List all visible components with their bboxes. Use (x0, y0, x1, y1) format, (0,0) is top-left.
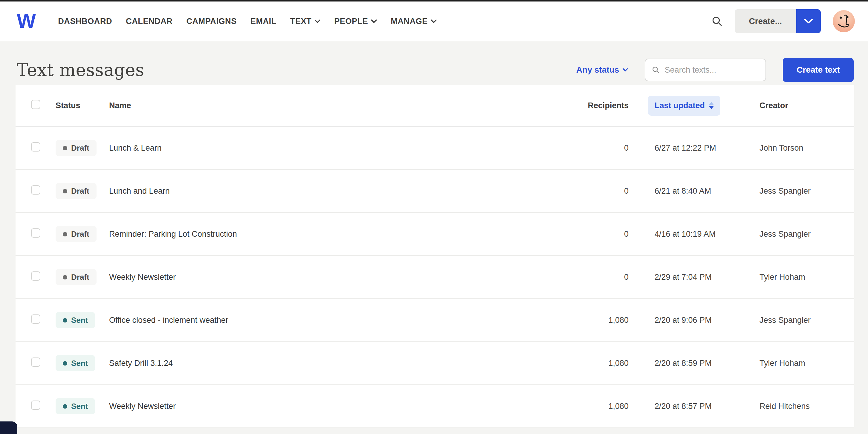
text-name: Reminder: Parking Lot Construction (109, 229, 581, 239)
create-split-button: Create... (735, 9, 821, 33)
nav-item-email[interactable]: EMAIL (250, 17, 277, 26)
nav-item-label: EMAIL (250, 17, 277, 26)
creator-name: Reid Hitchens (760, 402, 836, 411)
nav-item-text[interactable]: TEXT (290, 17, 320, 26)
text-name: Lunch & Learn (109, 144, 581, 153)
creator-name: John Torson (760, 144, 836, 153)
text-name: Safety Drill 3.1.24 (109, 359, 581, 368)
create-button[interactable]: Create... (735, 9, 797, 33)
table-row[interactable]: Draft Lunch & Learn 0 6/27 at 12:22 PM J… (16, 127, 854, 170)
table-row[interactable]: Draft Lunch and Learn 0 6/21 at 8:40 AM … (16, 170, 854, 213)
table-row[interactable]: Sent Office closed - inclement weather 1… (16, 299, 854, 342)
top-navigation-bar: W DASHBOARD CALENDAR CAMPAIGNS EMAIL TEX… (0, 1, 868, 41)
page-content: Text messages Any status Create text Sta… (0, 41, 868, 428)
status-dot-icon (63, 189, 67, 193)
table-row[interactable]: Draft Weekly Newsletter 0 2/29 at 7:04 P… (16, 256, 854, 299)
page-controls: Any status Create text (576, 58, 854, 82)
row-checkbox[interactable] (31, 314, 40, 324)
row-checkbox[interactable] (31, 358, 40, 367)
nav-item-people[interactable]: PEOPLE (334, 17, 377, 26)
text-name: Lunch and Learn (109, 187, 581, 196)
column-header-recipients[interactable]: Recipients (581, 101, 628, 110)
nav-item-calendar[interactable]: CALENDAR (126, 17, 173, 26)
row-checkbox[interactable] (31, 228, 40, 238)
nav-item-label: CALENDAR (126, 17, 173, 26)
nav-item-label: MANAGE (391, 17, 428, 26)
table-row[interactable]: Draft Reminder: Parking Lot Construction… (16, 213, 854, 256)
page-title: Text messages (17, 60, 144, 80)
search-texts-input[interactable] (665, 65, 759, 75)
table-body: Draft Lunch & Learn 0 6/27 at 12:22 PM J… (16, 127, 854, 428)
nav-item-dashboard[interactable]: DASHBOARD (58, 17, 112, 26)
table-row[interactable]: Sent Weekly Newsletter 1,080 2/20 at 8:5… (16, 385, 854, 428)
column-header-creator[interactable]: Creator (760, 101, 836, 110)
recipients-count: 1,080 (581, 316, 628, 325)
last-updated-value: 2/20 at 8:59 PM (655, 359, 760, 368)
nav-item-campaigns[interactable]: CAMPAIGNS (186, 17, 237, 26)
create-text-button[interactable]: Create text (783, 58, 854, 82)
floating-corner-widget[interactable] (0, 422, 17, 434)
row-checkbox[interactable] (31, 142, 40, 152)
user-avatar[interactable] (833, 10, 855, 32)
status-label: Draft (71, 229, 89, 239)
status-badge: Draft (56, 140, 97, 156)
nav-item-label: PEOPLE (334, 17, 368, 26)
status-badge: Draft (56, 269, 97, 285)
status-filter-dropdown[interactable]: Any status (576, 65, 628, 75)
brand-logo[interactable]: W (17, 10, 35, 31)
search-icon[interactable] (711, 16, 723, 27)
status-dot-icon (63, 404, 67, 409)
search-texts-box (645, 59, 766, 81)
nav-item-label: TEXT (290, 17, 311, 26)
nav-item-label: DASHBOARD (58, 17, 112, 26)
status-label: Sent (71, 316, 88, 325)
create-dropdown-button[interactable] (796, 9, 821, 33)
nav-item-manage[interactable]: MANAGE (391, 17, 437, 26)
sort-arrows-icon (709, 102, 714, 109)
chevron-down-icon (804, 19, 813, 24)
status-dot-icon (63, 232, 67, 237)
row-checkbox[interactable] (31, 185, 40, 194)
recipients-count: 1,080 (581, 402, 628, 411)
text-name: Office closed - inclement weather (109, 316, 581, 325)
last-updated-value: 6/21 at 8:40 AM (655, 187, 760, 196)
chevron-down-icon (314, 20, 320, 23)
chevron-down-icon (623, 68, 628, 72)
table-row[interactable]: Sent Safety Drill 3.1.24 1,080 2/20 at 8… (16, 342, 854, 385)
text-name: Weekly Newsletter (109, 273, 581, 282)
last-updated-value: 6/27 at 12:22 PM (655, 144, 760, 153)
creator-name: Jess Spangler (760, 229, 836, 239)
sort-column-label: Last updated (655, 101, 705, 110)
recipients-count: 0 (581, 144, 628, 153)
status-dot-icon (63, 318, 67, 322)
texts-table: Status Name Recipients Last updated Crea… (16, 85, 854, 428)
chevron-down-icon (431, 20, 437, 23)
nav-item-label: CAMPAIGNS (186, 17, 237, 26)
recipients-count: 0 (581, 229, 628, 239)
search-icon (652, 65, 660, 74)
creator-name: Tyler Hoham (760, 359, 836, 368)
last-updated-value: 4/16 at 10:19 AM (655, 229, 760, 239)
status-filter-label: Any status (576, 65, 619, 75)
column-header-last-updated[interactable]: Last updated (648, 96, 720, 116)
status-dot-icon (63, 275, 67, 279)
creator-name: Jess Spangler (760, 316, 836, 325)
creator-name: Tyler Hoham (760, 273, 836, 282)
page-header: Text messages Any status Create text (16, 41, 854, 85)
status-badge: Sent (56, 398, 95, 414)
row-checkbox[interactable] (31, 271, 40, 281)
status-dot-icon (63, 361, 67, 366)
select-all-checkbox[interactable] (31, 100, 40, 109)
column-header-status[interactable]: Status (56, 101, 109, 110)
status-label: Draft (71, 144, 89, 153)
last-updated-value: 2/20 at 8:57 PM (655, 402, 760, 411)
status-dot-icon (63, 146, 67, 150)
chevron-down-icon (371, 20, 377, 23)
main-nav: DASHBOARD CALENDAR CAMPAIGNS EMAIL TEXT … (58, 17, 437, 26)
column-header-name[interactable]: Name (109, 101, 581, 110)
recipients-count: 1,080 (581, 359, 628, 368)
avatar-face-doodle (833, 10, 855, 32)
status-badge: Draft (56, 226, 97, 242)
status-badge: Draft (56, 183, 97, 199)
row-checkbox[interactable] (31, 401, 40, 410)
